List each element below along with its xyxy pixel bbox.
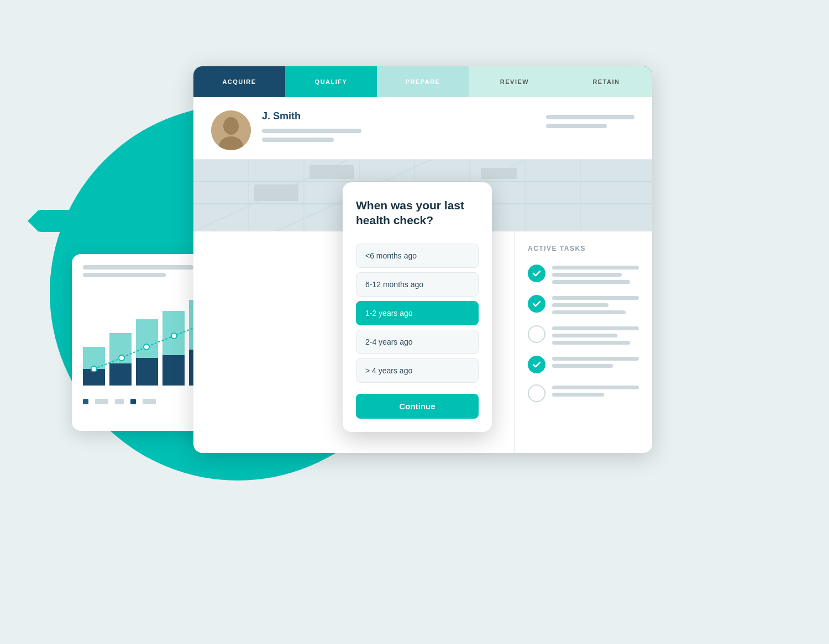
- svg-point-8: [223, 117, 239, 135]
- legend-line-1: [95, 399, 108, 404]
- bar-seg-dark: [162, 355, 185, 386]
- bar-seg-light: [136, 319, 158, 358]
- nav-step-retain-label: RETAIN: [592, 78, 620, 85]
- bar-2: [109, 333, 132, 386]
- profile-extra-line-1: [546, 115, 634, 119]
- task-icon-checked-4: [528, 356, 545, 373]
- profile-line-2: [262, 138, 334, 142]
- task-item-1: [528, 263, 639, 284]
- bar-seg-light: [109, 333, 132, 363]
- task-lines-5: [552, 383, 639, 397]
- profile-section: J. Smith: [193, 97, 652, 160]
- option-gt-4-years[interactable]: > 4 years ago: [356, 358, 479, 383]
- profile-line-1: [262, 129, 361, 133]
- task-line-a: [552, 357, 639, 361]
- nav-step-prepare-label: PREPARE: [406, 78, 440, 85]
- bar-seg-dark: [83, 369, 105, 386]
- option-less-6-months-label: <6 months ago: [365, 251, 417, 260]
- nav-step-acquire[interactable]: ACQUIRE: [193, 66, 285, 97]
- bar-3: [136, 319, 158, 386]
- option-2-4-years[interactable]: 2-4 years ago: [356, 330, 479, 354]
- bar-1: [83, 347, 105, 386]
- bar-4: [162, 311, 185, 386]
- background-arrow: [39, 210, 83, 232]
- chart-title-line-1: [83, 265, 193, 270]
- task-line-c: [552, 341, 630, 345]
- task-lines-3: [552, 324, 639, 345]
- nav-step-retain[interactable]: RETAIN: [560, 66, 652, 97]
- svg-rect-23: [254, 184, 298, 201]
- task-icon-checked-2: [528, 295, 545, 313]
- continue-button[interactable]: Continue: [356, 394, 479, 419]
- profile-extra-lines: [546, 115, 634, 128]
- task-icon-unchecked-5: [528, 384, 545, 402]
- legend-line-3: [143, 399, 156, 404]
- bar-seg-light: [83, 347, 105, 369]
- task-item-5: [528, 383, 639, 402]
- task-line-b: [552, 393, 604, 397]
- legend-dot-navy: [130, 399, 136, 404]
- svg-rect-27: [481, 168, 517, 179]
- task-item-4: [528, 355, 639, 373]
- option-gt-4-years-label: > 4 years ago: [365, 366, 412, 375]
- task-line-b: [552, 334, 617, 337]
- legend-dot-dark: [83, 399, 88, 404]
- task-line-a: [552, 266, 639, 270]
- task-lines-4: [552, 355, 639, 368]
- task-lines-2: [552, 294, 639, 314]
- task-line-b: [552, 273, 622, 277]
- task-line-c: [552, 310, 626, 314]
- task-item-2: [528, 294, 639, 314]
- option-2-4-years-label: 2-4 years ago: [365, 337, 413, 346]
- chart-title-line-2: [83, 273, 166, 277]
- progress-nav: ACQUIRE QUALIFY PREPARE REVIEW RETAIN: [193, 66, 652, 97]
- option-1-2-years-label: 1-2 years ago: [365, 309, 413, 318]
- task-line-a: [552, 386, 639, 389]
- task-line-a: [552, 326, 639, 330]
- bar-seg-dark: [136, 358, 158, 386]
- nav-step-review[interactable]: REVIEW: [469, 66, 560, 97]
- profile-info: J. Smith: [262, 110, 535, 142]
- nav-step-qualify[interactable]: QUALIFY: [285, 66, 377, 97]
- question-title: When was your last health check?: [356, 198, 479, 228]
- profile-name: J. Smith: [262, 110, 535, 122]
- option-less-6-months[interactable]: <6 months ago: [356, 244, 479, 268]
- task-lines-1: [552, 263, 639, 284]
- option-6-12-months-label: 6-12 months ago: [365, 280, 423, 289]
- svg-rect-24: [309, 165, 354, 179]
- option-6-12-months[interactable]: 6-12 months ago: [356, 272, 479, 297]
- task-item-3: [528, 324, 639, 345]
- legend-line-2: [115, 399, 124, 404]
- nav-step-review-label: REVIEW: [500, 78, 529, 85]
- task-line-a: [552, 296, 639, 300]
- bar-seg-dark: [109, 363, 132, 386]
- task-icon-unchecked-3: [528, 325, 545, 343]
- profile-lines: [262, 129, 535, 142]
- tasks-panel: ACTIVE TASKS: [514, 231, 652, 453]
- tasks-title: ACTIVE TASKS: [528, 245, 639, 252]
- bar-seg-light: [162, 311, 185, 355]
- task-line-c: [552, 280, 630, 284]
- task-line-b: [552, 364, 613, 368]
- floating-question-card: When was your last health check? <6 mont…: [343, 182, 492, 432]
- option-1-2-years[interactable]: 1-2 years ago: [356, 301, 479, 325]
- task-icon-checked-1: [528, 265, 545, 282]
- nav-step-prepare[interactable]: PREPARE: [377, 66, 469, 97]
- profile-extra-line-2: [546, 124, 607, 128]
- nav-step-acquire-label: ACQUIRE: [222, 78, 256, 85]
- nav-step-qualify-label: QUALIFY: [315, 78, 348, 85]
- task-line-b: [552, 303, 608, 307]
- avatar: [211, 110, 251, 150]
